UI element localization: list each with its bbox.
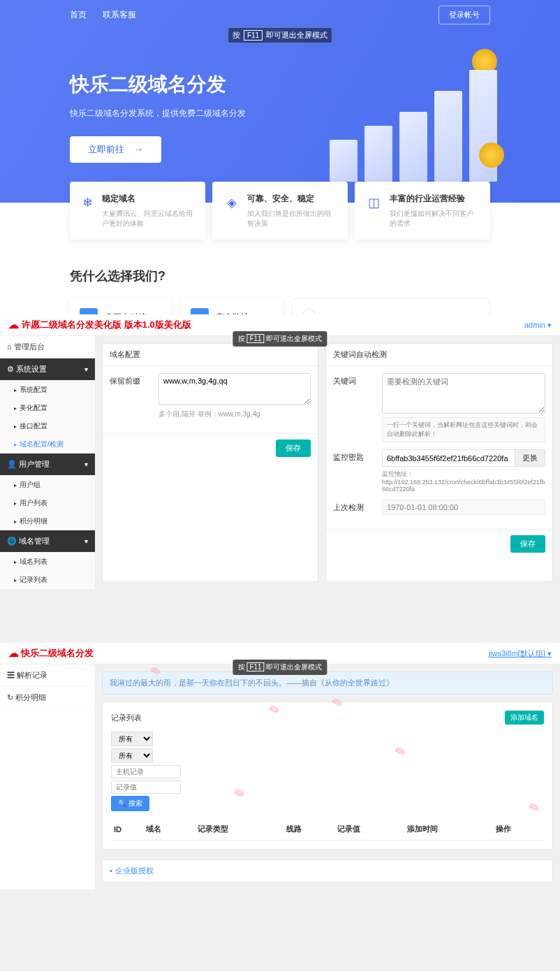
monitor-key-label: 监控密匙 (333, 449, 375, 463)
domain-config-panel: 域名配置 保留前缀 www,w,m,3g,4g,qq 多个用,隔开 举例：www… (102, 343, 318, 582)
keyword-textarea[interactable] (382, 373, 545, 414)
quote-alert: 我淋过的最大的雨，是那一天你在烈日下的不回头。——摘自《从你的全世界路过》 (102, 671, 553, 695)
sidebar-sub-beautify[interactable]: 美化配置 (0, 399, 95, 417)
col-domain: 域名 (143, 818, 194, 841)
admin-sidebar: ⌂ 管理后台 ⚙ 系统设置▾ 系统配置 美化配置 接口配置 域名配置/检测 👤 … (0, 336, 95, 589)
feature-title: 稳定域名 (102, 193, 194, 205)
diamond-icon: ◈ (223, 193, 240, 212)
shapes-icon: ◫ (366, 193, 383, 212)
sidebar-item-user[interactable]: 👤 用户管理▾ (0, 453, 95, 476)
f11-pre: 按 (233, 31, 240, 39)
monitor-key-input[interactable] (382, 449, 515, 467)
user-sidebar: ☰ 解析记录 ↻ 积分明细 (0, 664, 95, 889)
filter-select-1[interactable]: 所有 (111, 732, 153, 746)
chevron-down-icon: ▾ (84, 365, 88, 373)
avatar-icon (302, 309, 316, 314)
footer-link-panel: 企业版授权 (102, 859, 553, 882)
sidebar-sub-userlist[interactable]: 用户列表 (0, 494, 95, 512)
sidebar-item-points[interactable]: ↻ 积分明细 (0, 687, 95, 709)
keyword-label: 关键词 (333, 373, 375, 386)
chevron-down-icon: ▾ (84, 460, 88, 468)
feature-desc: 我们更懂如何解决不同客户的需求 (390, 209, 479, 228)
why-cards-row: ≡多平台对接 目前已兼容目前热门的Aliyun、Dnspod等接口 ≡安全防护 … (0, 298, 560, 314)
brand-text: 许愿二级域名分发美化版 版本1.0版美化版 (22, 319, 191, 331)
why-card: ≡多平台对接 目前已兼容目前热门的Aliyun、Dnspod等接口 (70, 298, 171, 314)
user-menu[interactable]: jiws3i8m[默认组] ▾ (489, 648, 552, 659)
feature-card: ◫ 丰富的行业运营经验我们更懂如何解决不同客户的需求 (355, 182, 490, 240)
f11-post: 即可退出全屏模式 (266, 31, 327, 39)
login-button[interactable]: 登录帐号 (439, 6, 490, 24)
chevron-down-icon: ▾ (84, 537, 88, 545)
sidebar-item-dashboard[interactable]: ⌂ 管理后台 (0, 336, 95, 358)
why-card: ≡安全防护 网站24小时持续为您提供域名 (181, 298, 282, 314)
fullscreen-hint: 按F11即可退出全屏模式 (233, 660, 327, 675)
col-type: 记录类型 (195, 818, 283, 841)
landing-section: 首页 联系客服 登录帐号 按 F11 即可退出全屏模式 快乐二级域名分发 快乐二… (0, 0, 560, 314)
keyword-hint: 一行一个关键词，当解析网址包含这些关键词时，则会自动删除此解析！ (382, 417, 545, 442)
last-check-label: 上次检测 (333, 500, 375, 513)
sidebar-item-domain[interactable]: 🌐 域名管理▾ (0, 530, 95, 553)
cloud-icon: ☁ (8, 647, 19, 660)
col-value: 记录值 (334, 818, 404, 841)
swap-button[interactable]: 更换 (515, 449, 545, 467)
admin-brand: ☁许愿二级域名分发美化版 版本1.0版美化版 (8, 319, 191, 331)
sidebar-item-records[interactable]: ☰ 解析记录 (0, 664, 95, 687)
add-domain-button[interactable]: 添加域名 (505, 711, 544, 725)
records-panel: 记录列表 添加域名 所有 所有 🔍 搜索 ID 域名 记录类型 线路 记录值 添… (102, 702, 553, 850)
filter-select-2[interactable]: 所有 (111, 748, 153, 763)
monitor-addr: http://192.168.253.132/cron/check/6bffab… (382, 479, 545, 493)
fullscreen-hint: 按 F11 即可退出全屏模式 (228, 27, 332, 43)
panel-title: 域名配置 (103, 344, 318, 366)
feature-title: 丰富的行业运营经验 (390, 193, 479, 205)
save-button[interactable]: 保存 (276, 439, 311, 457)
last-check-value: 1970-01-01 08:00:00 (382, 500, 545, 515)
user-brand: ☁快乐二级域名分发 (8, 647, 94, 660)
shield-icon: ≡ (191, 308, 209, 314)
records-table: ID 域名 记录类型 线路 记录值 添加时间 操作 (111, 818, 544, 841)
login-card (292, 298, 490, 314)
stack-icon: ≡ (80, 308, 98, 314)
filter-host-input[interactable] (111, 765, 181, 778)
filter-value-input[interactable] (111, 780, 181, 794)
top-nav: 首页 联系客服 登录帐号 (0, 0, 560, 24)
feature-cards-row: ❄ 稳定域名大量腾讯云、阿里云域名给用户更好的体验 ◈ 可靠、安全、稳定加入我们… (0, 182, 560, 240)
feature-card: ❄ 稳定域名大量腾讯云、阿里云域名给用户更好的体验 (70, 182, 205, 240)
prefix-textarea[interactable]: www,w,m,3g,4g,qq (159, 373, 311, 405)
user-menu[interactable]: admin ▾ (524, 321, 552, 330)
feature-desc: 加入我们将是你所做出的明智决策 (247, 209, 337, 228)
save-button[interactable]: 保存 (510, 535, 545, 553)
sidebar-sub-domain-check[interactable]: 域名配置/检测 (0, 435, 95, 453)
search-button[interactable]: 🔍 搜索 (111, 796, 149, 811)
feature-card: ◈ 可靠、安全、稳定加入我们将是你所做出的明智决策 (212, 182, 348, 240)
nav-home-link[interactable]: 首页 (70, 10, 87, 20)
sidebar-sub-domainlist[interactable]: 域名列表 (0, 553, 95, 571)
fullscreen-hint: 按F11即可退出全屏模式 (233, 331, 327, 347)
monitor-addr-label: 监控地址： (382, 470, 413, 477)
cloud-icon: ☁ (8, 319, 19, 331)
col-id: ID (111, 818, 143, 841)
why-heading: 凭什么选择我们? (0, 240, 560, 298)
sidebar-sub-usergroup[interactable]: 用户组 (0, 476, 95, 494)
sidebar-sub-system-config[interactable]: 系统配置 (0, 381, 95, 399)
sidebar-sub-api[interactable]: 接口配置 (0, 417, 95, 435)
sidebar-sub-recordlist[interactable]: 记录列表 (0, 571, 95, 589)
sidebar-sub-points[interactable]: 积分明细 (0, 512, 95, 530)
user-section: ☁快乐二级域名分发 jiws3i8m[默认组] ▾ 按F11即可退出全屏模式 ☰… (0, 643, 560, 971)
prefix-hint: 多个用,隔开 举例：www,m,3g,4g (159, 409, 311, 419)
sidebar-item-system[interactable]: ⚙ 系统设置▾ (0, 358, 95, 381)
filter-controls: 所有 所有 🔍 搜索 (111, 732, 544, 811)
prefix-label: 保留前缀 (110, 373, 152, 386)
admin-section: ☁许愿二级域名分发美化版 版本1.0版美化版 admin ▾ 按F11即可退出全… (0, 314, 560, 643)
records-title: 记录列表 (111, 713, 142, 723)
snowflake-icon: ❄ (81, 193, 95, 212)
cta-button[interactable]: 立即前往 (70, 136, 161, 163)
hero: 首页 联系客服 登录帐号 按 F11 即可退出全屏模式 快乐二级域名分发 快乐二… (0, 0, 560, 203)
panel-title: 关键词自动检测 (326, 344, 552, 366)
col-line: 线路 (283, 818, 334, 841)
auth-link[interactable]: 企业版授权 (115, 866, 154, 875)
feature-title: 可靠、安全、稳定 (247, 193, 337, 205)
nav-contact-link[interactable]: 联系客服 (103, 10, 136, 20)
f11-key: F11 (244, 30, 263, 41)
col-action: 操作 (493, 818, 544, 841)
keyword-check-panel: 关键词自动检测 关键词 一行一个关键词，当解析网址包含这些关键词时，则会自动删除… (325, 343, 553, 582)
